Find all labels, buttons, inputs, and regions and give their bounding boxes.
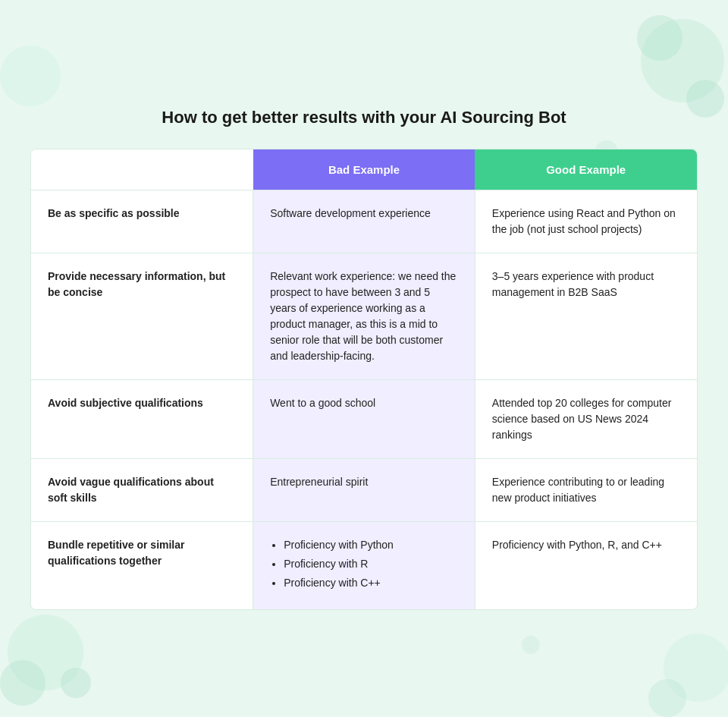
good-cell-3: Experience contributing to or leading ne… bbox=[475, 458, 697, 521]
svg-point-0 bbox=[641, 19, 724, 102]
table-row: Avoid vague qualifications about soft sk… bbox=[31, 458, 697, 521]
svg-point-6 bbox=[0, 46, 61, 106]
tip-cell-0: Be as specific as possible bbox=[31, 190, 253, 253]
main-container: How to get better results with your AI S… bbox=[30, 108, 698, 610]
tip-cell-1: Provide necessary information, but be co… bbox=[31, 253, 253, 379]
page-title: How to get better results with your AI S… bbox=[30, 108, 698, 127]
header-good: Good Example bbox=[475, 149, 697, 190]
comparison-table-wrapper: Bad Example Good Example Be as specific … bbox=[30, 149, 698, 610]
comparison-table: Bad Example Good Example Be as specific … bbox=[31, 149, 697, 609]
good-cell-0: Experience using React and Python on the… bbox=[475, 190, 697, 253]
tip-cell-4: Bundle repetitive or similar qualificati… bbox=[31, 521, 253, 609]
table-row: Be as specific as possibleSoftware devel… bbox=[31, 190, 697, 253]
bad-cell-4: Proficiency with PythonProficiency with … bbox=[253, 521, 475, 609]
bad-list-item: Proficiency with Python bbox=[284, 537, 458, 553]
good-cell-4: Proficiency with Python, R, and C++ bbox=[475, 521, 697, 609]
table-row: Bundle repetitive or similar qualificati… bbox=[31, 521, 697, 609]
header-tip bbox=[31, 149, 253, 190]
svg-point-1 bbox=[637, 15, 682, 61]
tip-cell-3: Avoid vague qualifications about soft sk… bbox=[31, 458, 253, 521]
svg-point-4 bbox=[0, 660, 46, 706]
good-cell-2: Attended top 20 colleges for computer sc… bbox=[475, 379, 697, 458]
svg-point-3 bbox=[8, 615, 83, 690]
good-cell-1: 3–5 years experience with product manage… bbox=[475, 253, 697, 379]
table-row: Provide necessary information, but be co… bbox=[31, 253, 697, 379]
bad-list-item: Proficiency with C++ bbox=[284, 575, 458, 591]
tip-cell-2: Avoid subjective qualifications bbox=[31, 379, 253, 458]
table-row: Avoid subjective qualificationsWent to a… bbox=[31, 379, 697, 458]
bad-cell-0: Software development experience bbox=[253, 190, 475, 253]
svg-point-5 bbox=[61, 668, 91, 698]
bad-cell-3: Entrepreneurial spirit bbox=[253, 458, 475, 521]
bad-cell-1: Relevant work experience: we need the pr… bbox=[253, 253, 475, 379]
header-bad: Bad Example bbox=[253, 149, 475, 190]
svg-point-11 bbox=[522, 636, 540, 654]
svg-point-7 bbox=[664, 634, 728, 702]
svg-point-8 bbox=[648, 679, 686, 717]
bad-list-item: Proficiency with R bbox=[284, 556, 458, 572]
bad-cell-2: Went to a good school bbox=[253, 379, 475, 458]
